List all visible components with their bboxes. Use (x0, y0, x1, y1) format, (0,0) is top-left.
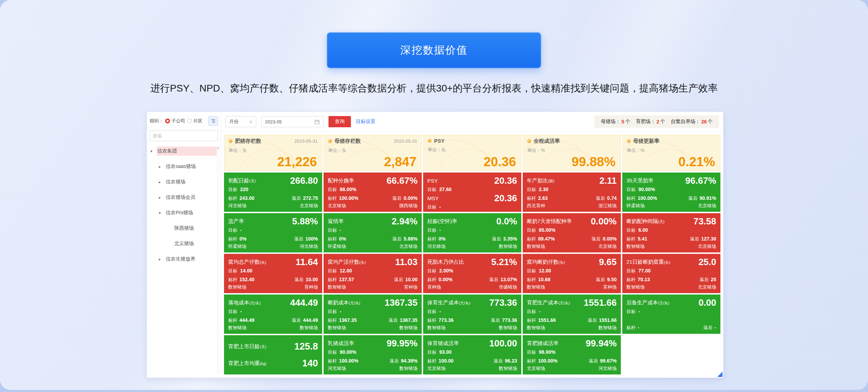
radio-region[interactable]: 片区 (187, 118, 202, 124)
summary-card-value: 2,847 (384, 155, 416, 169)
kpi-card[interactable]: 窝均断奶仔数(头)9.65目标12.00标杆10.68数智猪场落后9.50育种场 (523, 254, 621, 293)
kpi-card[interactable]: 断奶成本(元/头)1367.35目标-标杆1367.35数智猪场落后1367.3… (324, 295, 422, 334)
kpi-target-value: 220 (240, 187, 248, 192)
search-input[interactable] (150, 130, 218, 141)
caret-right-icon[interactable]: ▸ (159, 195, 165, 200)
tree-item-label: 信农集团 (157, 147, 218, 156)
caret-right-icon[interactable]: ▸ (159, 164, 165, 169)
kpi-card[interactable]: 初配日龄(天)266.80目标220标杆243.00河北猪场落后272.75北京… (224, 173, 322, 212)
kpi-benchmark-value: 0% (339, 236, 346, 242)
kpi-behind-label: 落后 (294, 236, 303, 242)
kpi-behind-value: 444.49 (303, 317, 318, 323)
kpi-card[interactable]: 流产率5.88%目标-标杆0%怀柔猪场落后100%河北猪场 (224, 213, 322, 252)
kpi-card[interactable]: 年产胎次(胎)2.11目标2.30标杆2.63西北育种落后0.74浙江猪场 (523, 173, 621, 212)
kpi-title: 育肥猪成活率 (527, 340, 558, 347)
kpi-card[interactable]: 乳猪成活率99.95%目标90.00%标杆100.00%河北猪场落后94.39%… (324, 335, 422, 374)
tree-list-toggle-button[interactable] (208, 116, 218, 126)
kpi-behind-label: 落后 (390, 358, 399, 364)
tree-item[interactable]: 陕西猪场 (150, 223, 218, 233)
kpi-card[interactable]: 育肥生产成本(元/头)1551.66目标-标杆1551.66数智猪场落后1551… (523, 295, 621, 334)
kpi-value: 11.03 (395, 257, 418, 268)
kpi-benchmark-row: 标杆100.00%北京猪场落后99.67%河北猪场 (527, 358, 617, 372)
kpi-card[interactable]: 后备生产成本(元/头)0.00目标-标杆-落后- (622, 295, 720, 334)
kpi-value: 5.21% (491, 257, 517, 268)
page-background: 深挖数据价值 进行PSY、NPD、窝均产仔数、仔猪成活率等综合数据分析，提供30… (0, 0, 868, 390)
kpi-value: 773.36 (489, 297, 517, 308)
kpi-behind-line: 落后13.07% (489, 277, 517, 283)
tree-item[interactable]: ▸信农猪场会员 (150, 192, 218, 202)
summary-card[interactable]: 全程成活率单位：%99.88% (523, 135, 621, 171)
summary-card-title: 肥猪存栏数 (235, 138, 261, 144)
kpi-card[interactable]: 死胎木乃伊占比5.21%目标2.00%标杆0.00%育种场落后13.07%华盛猪… (423, 254, 521, 293)
kpi-card[interactable]: PSY20.36目标27.60MSY20.36目标- (423, 173, 521, 212)
kpi-card[interactable]: 育肥上市日龄(天)125.8育肥上市均重(kg)140 (224, 335, 322, 374)
summary-card[interactable]: 母猪更新率单位：%0.21% (622, 135, 720, 171)
kpi-target-row: 目标- (228, 309, 318, 315)
kpi-target-label: 目标 (228, 228, 237, 233)
tree-scrollbar[interactable] (217, 146, 219, 375)
kpi-benchmark-line: 标杆70.13 (626, 277, 650, 283)
summary-card[interactable]: 肥猪存栏数2023-05-31单位：头21,226 (224, 135, 322, 171)
kpi-behind: 落后13.07%华盛猪场 (489, 277, 517, 290)
kpi-target-label: 目标 (427, 268, 436, 273)
kpi-benchmark-line: 标杆10.68 (527, 277, 550, 283)
kpi-title: 返情率 (328, 218, 344, 225)
summary-card[interactable]: 母猪存栏数2023-05-31单位：头2,847 (324, 135, 422, 171)
kpi-benchmark: 标杆10.68数智猪场 (527, 277, 550, 290)
kpi-benchmark-line: 标杆1367.35 (328, 317, 357, 324)
kpi-benchmark-farm: 数智猪场 (527, 325, 556, 331)
date-input[interactable]: 2023-05 (261, 116, 324, 127)
kpi-behind: 落后5.88%北京猪场 (392, 236, 418, 250)
kpi-behind-line: 落后25 (698, 277, 716, 283)
summary-card[interactable]: PSY单位：头20.36 (423, 135, 521, 171)
summary-card-unit: 单位：头 (428, 147, 517, 153)
query-button[interactable]: 查询 (328, 116, 351, 127)
kpi-card[interactable]: 断奶7天发情配种率0.00%目标85.00%标杆89.47%数智猪场落后0.00… (523, 213, 621, 252)
kpi-behind-line: 落后99.67% (589, 358, 617, 364)
tree-item[interactable]: ▸信农生猪放养 (150, 254, 218, 264)
tree-item[interactable]: ▸信农猪场 (150, 177, 218, 187)
kpi-target-row: 目标- (626, 309, 716, 315)
kpi-target-value: 85.00% (539, 227, 555, 233)
tree-item[interactable]: ▾信农Pro猪场 (150, 208, 218, 218)
kpi-card[interactable]: 育肥猪成活率99.94%目标98.00%标杆100.00%北京猪场落后99.67… (523, 335, 621, 374)
caret-right-icon[interactable]: ▸ (159, 180, 165, 184)
kpi-behind-value: 96.23 (505, 358, 517, 364)
kpi-behind-value: 25 (711, 277, 716, 282)
main-area: 月份 ∨ 2023-05 查询 目标设置 母猪场：5个育肥场：2个自繁自 (221, 112, 723, 378)
kpi-value: 73.58 (693, 216, 716, 227)
caret-right-icon[interactable]: ▸ (159, 257, 165, 262)
farm-stats: 母猪场：5个育肥场：2个自繁自养场：26个 (595, 115, 719, 128)
kpi-card[interactable]: 断奶配种间隔(天)73.58目标6.00标杆5.41数智猪场落后127.30北京… (622, 213, 720, 252)
hero-button[interactable]: 深挖数据价值 (327, 32, 541, 68)
kpi-benchmark-farm: 数智猪场 (328, 325, 357, 331)
kpi-benchmark-line: 标杆100.00% (626, 195, 657, 202)
kpi-card[interactable]: 配种分娩率66.67%目标88.00%标杆100.00%北京猪场落后0.00%陕… (324, 173, 422, 212)
kpi-benchmark-row: 标杆1367.35数智猪场落后1367.35数智猪场 (328, 317, 418, 331)
kpi-card[interactable]: 35天受胎率96.67%目标90.00%标杆100.00%怀柔猪场落后90.91… (622, 173, 720, 212)
kpi-behind-label: 落后 (596, 277, 605, 282)
kpi-behind-value: 1367.35 (400, 317, 418, 323)
kpi-card[interactable]: 妊娠(空怀)率0.0%目标-标杆0%河北猪场落后3.35%数智猪场 (423, 213, 521, 252)
kpi-card[interactable]: 保育生产成本(元/头)773.36目标-标杆773.36数智猪场落后773.36… (423, 295, 521, 334)
kpi-benchmark-label: 标杆 (427, 358, 436, 364)
target-settings-link[interactable]: 目标设置 (356, 119, 375, 125)
summary-card-row: 肥猪存栏数2023-05-31单位：头21,226母猪存栏数2023-05-31… (224, 135, 720, 171)
period-select[interactable]: 月份 ∨ (225, 116, 256, 127)
kpi-card[interactable]: 窝均产活仔数(头)11.03目标12.00标杆137.57数智猪场落后10.00… (324, 254, 422, 293)
kpi-card[interactable]: 保育猪成活率100.00目标93.00标杆100.00北京猪场落后96.23数智… (423, 335, 521, 374)
kpi-card[interactable]: 窝均总产仔数(头)11.64目标14.00标杆152.40数智猪场落后10.00… (224, 254, 322, 293)
kpi-card[interactable]: 21日龄断奶窝重(头)25.0目标77.00标杆70.13数智猪场落后25北京猪… (622, 254, 720, 293)
caret-down-icon[interactable]: ▾ (150, 149, 157, 154)
kpi-card[interactable]: 落地成本(元/头)444.49目标-标杆444.49数智猪场落后444.49数智… (224, 295, 322, 334)
radio-subsidiary[interactable]: 子公司 (165, 118, 185, 124)
caret-down-icon[interactable]: ▾ (159, 211, 165, 215)
bullet-dot-icon (428, 139, 432, 143)
tree-item[interactable]: ▸信农saas猪场 (150, 162, 218, 171)
tree-item[interactable]: 北京猪场 (150, 239, 218, 249)
kpi-card-header: 返情率2.94% (328, 216, 418, 227)
tree-item[interactable]: ▾信农集团 (150, 146, 218, 156)
kpi-value: 99.94% (586, 338, 617, 349)
kpi-card[interactable]: 返情率2.94%目标-标杆0%怀柔猪场落后5.88%北京猪场 (324, 213, 422, 252)
kpi-title-unit: (头) (664, 260, 670, 264)
